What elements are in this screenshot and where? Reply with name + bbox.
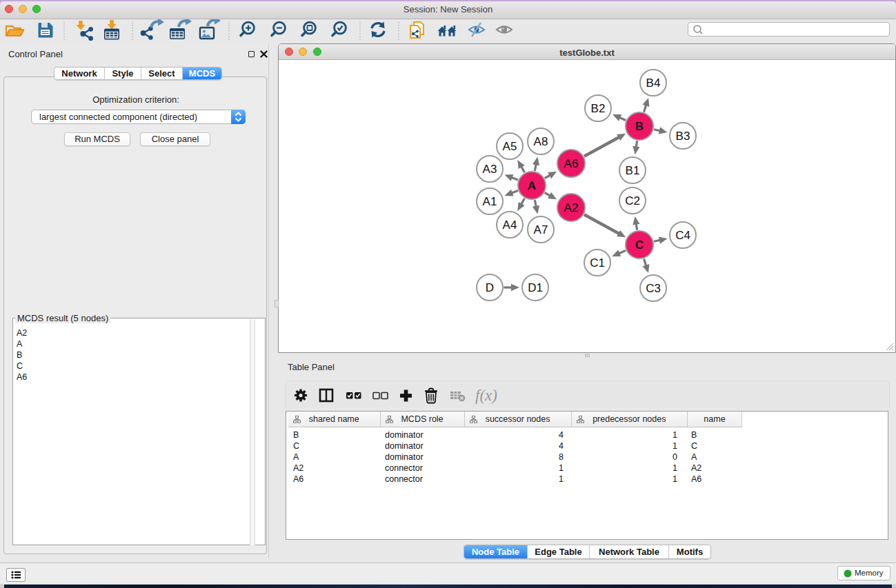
svg-text:C2: C2 — [625, 194, 640, 207]
svg-text:C: C — [635, 239, 644, 252]
svg-text:A3: A3 — [483, 163, 497, 176]
svg-text:D: D — [486, 281, 494, 294]
svg-text:A8: A8 — [534, 135, 548, 148]
svg-text:C1: C1 — [590, 256, 605, 270]
svg-text:f(x): f(x) — [475, 387, 497, 404]
svg-text:A5: A5 — [503, 140, 517, 153]
svg-text:A7: A7 — [534, 223, 548, 236]
svg-text:A4: A4 — [503, 219, 517, 232]
svg-text:B4: B4 — [646, 77, 661, 90]
svg-text:A6: A6 — [564, 157, 579, 170]
svg-text:B3: B3 — [676, 130, 690, 143]
svg-text:D1: D1 — [528, 281, 543, 294]
svg-text:C3: C3 — [646, 282, 661, 295]
svg-text:A2: A2 — [564, 201, 579, 214]
svg-text:A: A — [528, 179, 536, 192]
svg-text:A1: A1 — [483, 195, 497, 208]
svg-text:B: B — [635, 120, 644, 133]
svg-text:C4: C4 — [675, 229, 690, 242]
svg-text:B2: B2 — [591, 102, 606, 115]
svg-text:B1: B1 — [626, 164, 640, 177]
